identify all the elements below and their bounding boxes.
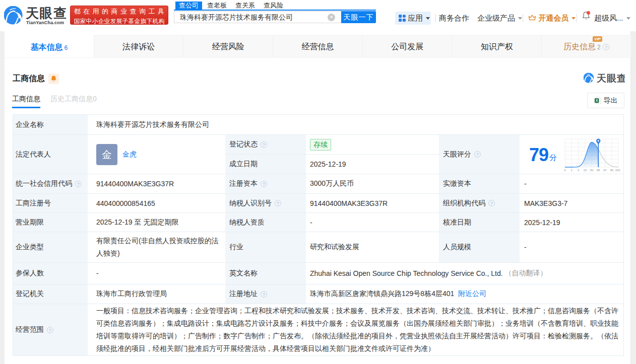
svg-text:97: 97 xyxy=(603,169,607,172)
svg-text:99: 99 xyxy=(610,169,613,172)
svg-text:50: 50 xyxy=(590,169,594,172)
svg-text:85: 85 xyxy=(597,169,600,172)
svg-text:100: 100 xyxy=(615,169,620,172)
svg-text:3: 3 xyxy=(578,169,580,172)
svg-text:天眼查: 天眼查 xyxy=(596,73,625,84)
svg-text:X: X xyxy=(595,99,598,102)
svg-text:0: 0 xyxy=(564,169,566,172)
svg-text:1: 1 xyxy=(571,169,573,172)
svg-text:15: 15 xyxy=(583,169,587,172)
